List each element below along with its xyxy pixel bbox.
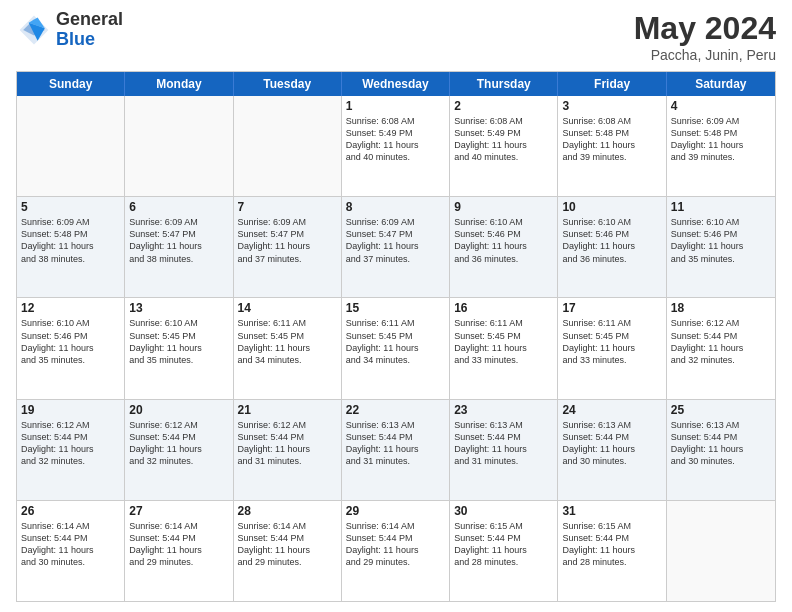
day-number: 28 <box>238 504 337 518</box>
day-info: Sunrise: 6:12 AM Sunset: 5:44 PM Dayligh… <box>238 419 337 468</box>
calendar-cell-3-3: 14Sunrise: 6:11 AM Sunset: 5:45 PM Dayli… <box>234 298 342 398</box>
day-info: Sunrise: 6:13 AM Sunset: 5:44 PM Dayligh… <box>562 419 661 468</box>
calendar-body: 1Sunrise: 6:08 AM Sunset: 5:49 PM Daylig… <box>17 96 775 601</box>
day-info: Sunrise: 6:10 AM Sunset: 5:46 PM Dayligh… <box>671 216 771 265</box>
day-info: Sunrise: 6:11 AM Sunset: 5:45 PM Dayligh… <box>346 317 445 366</box>
day-number: 27 <box>129 504 228 518</box>
calendar-cell-1-5: 2Sunrise: 6:08 AM Sunset: 5:49 PM Daylig… <box>450 96 558 196</box>
calendar-header-thursday: Thursday <box>450 72 558 96</box>
calendar-cell-1-3 <box>234 96 342 196</box>
day-info: Sunrise: 6:13 AM Sunset: 5:44 PM Dayligh… <box>671 419 771 468</box>
day-number: 18 <box>671 301 771 315</box>
day-info: Sunrise: 6:15 AM Sunset: 5:44 PM Dayligh… <box>562 520 661 569</box>
day-info: Sunrise: 6:14 AM Sunset: 5:44 PM Dayligh… <box>238 520 337 569</box>
day-number: 14 <box>238 301 337 315</box>
calendar-cell-1-7: 4Sunrise: 6:09 AM Sunset: 5:48 PM Daylig… <box>667 96 775 196</box>
day-number: 29 <box>346 504 445 518</box>
day-info: Sunrise: 6:12 AM Sunset: 5:44 PM Dayligh… <box>21 419 120 468</box>
day-number: 16 <box>454 301 553 315</box>
day-number: 13 <box>129 301 228 315</box>
calendar-cell-4-3: 21Sunrise: 6:12 AM Sunset: 5:44 PM Dayli… <box>234 400 342 500</box>
day-info: Sunrise: 6:10 AM Sunset: 5:45 PM Dayligh… <box>129 317 228 366</box>
calendar-cell-4-1: 19Sunrise: 6:12 AM Sunset: 5:44 PM Dayli… <box>17 400 125 500</box>
day-number: 19 <box>21 403 120 417</box>
day-info: Sunrise: 6:13 AM Sunset: 5:44 PM Dayligh… <box>454 419 553 468</box>
day-info: Sunrise: 6:08 AM Sunset: 5:49 PM Dayligh… <box>346 115 445 164</box>
day-info: Sunrise: 6:09 AM Sunset: 5:48 PM Dayligh… <box>21 216 120 265</box>
day-info: Sunrise: 6:12 AM Sunset: 5:44 PM Dayligh… <box>129 419 228 468</box>
calendar-cell-4-5: 23Sunrise: 6:13 AM Sunset: 5:44 PM Dayli… <box>450 400 558 500</box>
day-info: Sunrise: 6:11 AM Sunset: 5:45 PM Dayligh… <box>238 317 337 366</box>
calendar-row-2: 5Sunrise: 6:09 AM Sunset: 5:48 PM Daylig… <box>17 196 775 297</box>
calendar-header-sunday: Sunday <box>17 72 125 96</box>
calendar-cell-3-5: 16Sunrise: 6:11 AM Sunset: 5:45 PM Dayli… <box>450 298 558 398</box>
calendar-cell-2-4: 8Sunrise: 6:09 AM Sunset: 5:47 PM Daylig… <box>342 197 450 297</box>
day-number: 21 <box>238 403 337 417</box>
day-info: Sunrise: 6:09 AM Sunset: 5:47 PM Dayligh… <box>238 216 337 265</box>
day-info: Sunrise: 6:11 AM Sunset: 5:45 PM Dayligh… <box>454 317 553 366</box>
day-info: Sunrise: 6:09 AM Sunset: 5:48 PM Dayligh… <box>671 115 771 164</box>
calendar-cell-5-5: 30Sunrise: 6:15 AM Sunset: 5:44 PM Dayli… <box>450 501 558 601</box>
logo-text: General Blue <box>56 10 123 50</box>
day-number: 26 <box>21 504 120 518</box>
day-number: 24 <box>562 403 661 417</box>
title-block: May 2024 Paccha, Junin, Peru <box>634 10 776 63</box>
calendar-cell-5-1: 26Sunrise: 6:14 AM Sunset: 5:44 PM Dayli… <box>17 501 125 601</box>
day-info: Sunrise: 6:09 AM Sunset: 5:47 PM Dayligh… <box>129 216 228 265</box>
day-info: Sunrise: 6:13 AM Sunset: 5:44 PM Dayligh… <box>346 419 445 468</box>
day-info: Sunrise: 6:15 AM Sunset: 5:44 PM Dayligh… <box>454 520 553 569</box>
calendar-header-saturday: Saturday <box>667 72 775 96</box>
day-number: 2 <box>454 99 553 113</box>
day-number: 17 <box>562 301 661 315</box>
day-info: Sunrise: 6:10 AM Sunset: 5:46 PM Dayligh… <box>454 216 553 265</box>
logo-icon <box>16 12 52 48</box>
day-number: 5 <box>21 200 120 214</box>
calendar-header: SundayMondayTuesdayWednesdayThursdayFrid… <box>17 72 775 96</box>
calendar-cell-5-4: 29Sunrise: 6:14 AM Sunset: 5:44 PM Dayli… <box>342 501 450 601</box>
day-number: 10 <box>562 200 661 214</box>
day-number: 20 <box>129 403 228 417</box>
calendar-cell-5-2: 27Sunrise: 6:14 AM Sunset: 5:44 PM Dayli… <box>125 501 233 601</box>
calendar-row-4: 19Sunrise: 6:12 AM Sunset: 5:44 PM Dayli… <box>17 399 775 500</box>
day-number: 7 <box>238 200 337 214</box>
location-subtitle: Paccha, Junin, Peru <box>634 47 776 63</box>
day-info: Sunrise: 6:08 AM Sunset: 5:48 PM Dayligh… <box>562 115 661 164</box>
page: General Blue May 2024 Paccha, Junin, Per… <box>0 0 792 612</box>
calendar-cell-1-4: 1Sunrise: 6:08 AM Sunset: 5:49 PM Daylig… <box>342 96 450 196</box>
calendar-cell-2-1: 5Sunrise: 6:09 AM Sunset: 5:48 PM Daylig… <box>17 197 125 297</box>
day-number: 23 <box>454 403 553 417</box>
day-info: Sunrise: 6:10 AM Sunset: 5:46 PM Dayligh… <box>21 317 120 366</box>
day-number: 30 <box>454 504 553 518</box>
calendar-cell-2-5: 9Sunrise: 6:10 AM Sunset: 5:46 PM Daylig… <box>450 197 558 297</box>
day-number: 25 <box>671 403 771 417</box>
header: General Blue May 2024 Paccha, Junin, Per… <box>16 10 776 63</box>
day-number: 11 <box>671 200 771 214</box>
calendar-cell-4-6: 24Sunrise: 6:13 AM Sunset: 5:44 PM Dayli… <box>558 400 666 500</box>
calendar-cell-2-6: 10Sunrise: 6:10 AM Sunset: 5:46 PM Dayli… <box>558 197 666 297</box>
logo-blue-text: Blue <box>56 30 123 50</box>
day-info: Sunrise: 6:14 AM Sunset: 5:44 PM Dayligh… <box>21 520 120 569</box>
month-title: May 2024 <box>634 10 776 47</box>
calendar-cell-1-2 <box>125 96 233 196</box>
day-number: 9 <box>454 200 553 214</box>
calendar-cell-2-3: 7Sunrise: 6:09 AM Sunset: 5:47 PM Daylig… <box>234 197 342 297</box>
day-number: 15 <box>346 301 445 315</box>
calendar-row-1: 1Sunrise: 6:08 AM Sunset: 5:49 PM Daylig… <box>17 96 775 196</box>
day-info: Sunrise: 6:11 AM Sunset: 5:45 PM Dayligh… <box>562 317 661 366</box>
calendar-cell-1-1 <box>17 96 125 196</box>
day-number: 3 <box>562 99 661 113</box>
calendar-cell-4-4: 22Sunrise: 6:13 AM Sunset: 5:44 PM Dayli… <box>342 400 450 500</box>
day-info: Sunrise: 6:09 AM Sunset: 5:47 PM Dayligh… <box>346 216 445 265</box>
day-number: 22 <box>346 403 445 417</box>
calendar-cell-3-4: 15Sunrise: 6:11 AM Sunset: 5:45 PM Dayli… <box>342 298 450 398</box>
day-number: 12 <box>21 301 120 315</box>
calendar-cell-4-7: 25Sunrise: 6:13 AM Sunset: 5:44 PM Dayli… <box>667 400 775 500</box>
calendar-cell-1-6: 3Sunrise: 6:08 AM Sunset: 5:48 PM Daylig… <box>558 96 666 196</box>
day-number: 31 <box>562 504 661 518</box>
calendar-cell-4-2: 20Sunrise: 6:12 AM Sunset: 5:44 PM Dayli… <box>125 400 233 500</box>
calendar: SundayMondayTuesdayWednesdayThursdayFrid… <box>16 71 776 602</box>
calendar-cell-5-3: 28Sunrise: 6:14 AM Sunset: 5:44 PM Dayli… <box>234 501 342 601</box>
calendar-row-3: 12Sunrise: 6:10 AM Sunset: 5:46 PM Dayli… <box>17 297 775 398</box>
day-number: 6 <box>129 200 228 214</box>
day-number: 1 <box>346 99 445 113</box>
